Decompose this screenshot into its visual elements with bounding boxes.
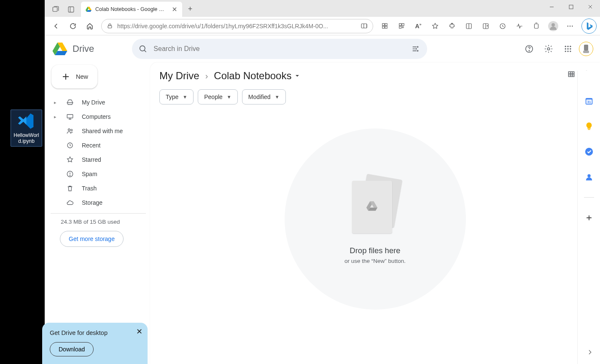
sidebar-label: Shared with me xyxy=(82,128,123,134)
sidebar-item-my-drive[interactable]: ▸ My Drive xyxy=(51,95,146,110)
svg-rect-14 xyxy=(399,26,401,28)
tab-close-icon[interactable] xyxy=(171,6,178,13)
breadcrumb-current[interactable]: Colab Notebooks xyxy=(214,70,300,82)
empty-subtitle: or use the “New” button. xyxy=(344,258,406,264)
vertical-tabs-icon[interactable] xyxy=(63,2,78,17)
ext-grid2-icon[interactable] xyxy=(393,18,409,34)
screenshot-icon[interactable] xyxy=(528,18,544,34)
plus-icon xyxy=(61,72,71,82)
sidebar-label: Trash xyxy=(82,185,97,192)
apps-grid-icon[interactable] xyxy=(560,40,576,57)
profile-avatar[interactable] xyxy=(545,18,561,34)
desktop-file-icon[interactable]: HellowWorld.ipynb xyxy=(11,110,42,147)
star-icon xyxy=(66,156,74,163)
sidebar-item-computers[interactable]: ▸ Computers xyxy=(51,110,146,124)
expand-icon[interactable]: ▸ xyxy=(54,114,58,120)
svg-point-40 xyxy=(570,51,571,52)
bing-sidebar-icon[interactable] xyxy=(581,19,597,34)
svg-rect-5 xyxy=(108,26,112,28)
sidepanel-calendar-icon[interactable]: 31 xyxy=(584,96,594,106)
performance-icon[interactable] xyxy=(511,18,527,34)
sidebar-item-trash[interactable]: Trash xyxy=(51,181,146,195)
sidebar-item-shared[interactable]: Shared with me xyxy=(51,124,146,138)
ext-grid1-icon[interactable] xyxy=(377,18,393,34)
collections-icon[interactable] xyxy=(461,18,477,34)
storage-usage-text: 24.3 MB of 15 GB used xyxy=(51,213,146,231)
extensions-icon[interactable] xyxy=(444,18,460,34)
help-icon[interactable] xyxy=(521,40,538,57)
drive-header: Drive xyxy=(45,35,600,62)
sidepanel-keep-icon[interactable] xyxy=(584,121,594,131)
promo-download-button[interactable]: Download xyxy=(50,342,94,356)
svg-point-35 xyxy=(565,48,566,49)
sidepanel-contacts-icon[interactable] xyxy=(584,172,594,182)
sidepanel-tasks-icon[interactable] xyxy=(584,147,594,157)
chevron-down-icon xyxy=(295,73,300,78)
side-panel: 31 xyxy=(577,71,600,364)
browser-tab-active[interactable]: Colab Notebooks - Google Drive xyxy=(81,2,182,17)
tab-actions-icon[interactable] xyxy=(48,2,63,17)
svg-point-63 xyxy=(587,174,590,177)
svg-rect-1 xyxy=(68,7,74,12)
window-maximize-button[interactable] xyxy=(561,0,581,13)
search-box[interactable] xyxy=(132,39,427,59)
nav-back-button[interactable] xyxy=(48,18,64,34)
spam-icon xyxy=(66,170,74,178)
svg-rect-42 xyxy=(583,51,589,53)
filter-type[interactable]: Type▼ xyxy=(159,89,194,104)
get-more-storage-button[interactable]: Get more storage xyxy=(60,231,124,247)
breadcrumb-root[interactable]: My Drive xyxy=(159,70,199,82)
chevron-down-icon: ▼ xyxy=(227,94,231,99)
text-size-icon[interactable]: A» xyxy=(410,18,426,34)
layout-toggle-icon[interactable] xyxy=(567,70,576,78)
sidebar-item-spam[interactable]: Spam xyxy=(51,167,146,181)
svg-rect-10 xyxy=(382,26,384,28)
expand-icon[interactable]: ▸ xyxy=(54,100,58,105)
sidebar-item-storage[interactable]: Storage xyxy=(51,195,146,210)
svg-rect-11 xyxy=(385,26,387,28)
search-options-icon[interactable] xyxy=(411,44,420,54)
new-button[interactable]: New xyxy=(51,65,97,88)
cloud-icon xyxy=(66,199,74,206)
svg-point-33 xyxy=(567,46,568,47)
sidepanel-add-icon[interactable] xyxy=(584,213,594,223)
filter-modified[interactable]: Modified▼ xyxy=(242,89,286,104)
window-minimize-button[interactable] xyxy=(542,0,561,13)
tab-title: Colab Notebooks - Google Drive xyxy=(95,6,168,12)
filter-people[interactable]: People▼ xyxy=(198,89,237,104)
collections2-icon[interactable] xyxy=(478,18,494,34)
drive-sidebar: New ▸ My Drive ▸ Computers xyxy=(45,62,150,364)
svg-rect-7 xyxy=(364,24,367,28)
nav-home-button[interactable] xyxy=(82,18,98,34)
svg-point-45 xyxy=(71,129,73,131)
chevron-down-icon: ▼ xyxy=(183,94,187,99)
more-menu-icon[interactable] xyxy=(562,18,578,34)
search-input[interactable] xyxy=(153,45,405,53)
drive-favicon-icon xyxy=(85,6,92,13)
translate-icon[interactable] xyxy=(361,22,368,29)
svg-point-26 xyxy=(572,25,573,27)
svg-rect-61 xyxy=(588,129,590,130)
account-avatar[interactable] xyxy=(579,42,593,56)
address-bar[interactable]: https://drive.google.com/drive/u/1/folde… xyxy=(101,19,373,33)
window-close-button[interactable] xyxy=(581,0,600,13)
svg-rect-41 xyxy=(584,45,588,51)
history-icon[interactable] xyxy=(495,18,511,34)
sidepanel-collapse-icon[interactable] xyxy=(587,349,593,356)
svg-rect-4 xyxy=(569,5,573,9)
sidebar-item-starred[interactable]: Starred xyxy=(51,153,146,167)
sidebar-item-recent[interactable]: Recent xyxy=(51,138,146,153)
svg-point-25 xyxy=(570,25,571,27)
svg-point-23 xyxy=(552,23,555,27)
nav-refresh-button[interactable] xyxy=(65,18,81,34)
drive-logo-icon[interactable] xyxy=(51,40,68,57)
vscode-icon xyxy=(17,112,36,131)
empty-state[interactable]: Drop files here or use the “New” button. xyxy=(285,128,466,310)
promo-close-icon[interactable]: ✕ xyxy=(136,327,143,336)
recent-icon xyxy=(66,142,74,149)
drive-title[interactable]: Drive xyxy=(73,43,94,54)
favorite-icon[interactable] xyxy=(427,18,443,34)
new-tab-button[interactable]: + xyxy=(184,3,196,15)
svg-rect-43 xyxy=(67,115,73,118)
settings-icon[interactable] xyxy=(540,40,557,57)
